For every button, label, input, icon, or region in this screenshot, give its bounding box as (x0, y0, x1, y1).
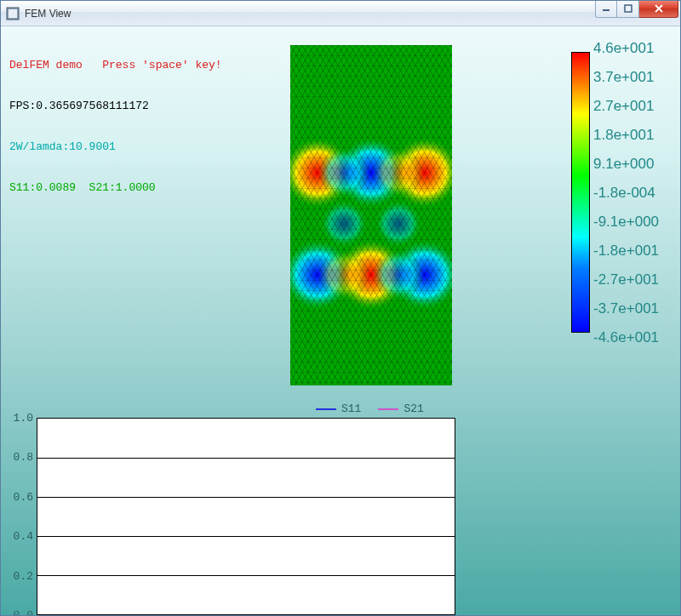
chart-legend: S11 S21 (316, 402, 424, 415)
y-tick: 0.0 (14, 609, 33, 616)
legend-swatch-s21 (378, 408, 398, 410)
colorbar-label: -9.1e+000 (593, 214, 675, 231)
chart-y-ticks: 1.0 0.8 0.6 0.4 0.2 0.0 (6, 418, 35, 615)
colorbar-label: -2.7e+001 (593, 271, 675, 288)
y-tick: 0.8 (14, 451, 33, 464)
overlay-text: DelFEM demo Press 'space' key! FPS:0.365… (9, 31, 222, 222)
sparams-chart (37, 418, 455, 615)
app-icon (6, 7, 20, 20)
colorbar-label: -1.8e-004 (593, 185, 675, 202)
sparams-line: S11:0.0089 S21:1.0000 (9, 181, 222, 195)
viewport[interactable]: DelFEM demo Press 'space' key! FPS:0.365… (1, 26, 680, 615)
maximize-button[interactable] (617, 1, 639, 18)
colorbar-label: 4.6e+001 (593, 40, 675, 57)
colorbar-label: 2.7e+001 (593, 98, 675, 115)
colorbar-label: 3.7e+001 (593, 69, 675, 86)
app-window: FEM View DelFEM demo Press 'space' key! … (0, 0, 681, 616)
legend-item-s11: S11 (316, 402, 361, 415)
colorbar (571, 52, 590, 333)
lambda-line: 2W/lamda:10.9001 (9, 140, 222, 154)
close-button[interactable] (639, 1, 678, 18)
legend-item-s21: S21 (378, 402, 423, 415)
y-tick: 0.2 (14, 569, 33, 582)
colorbar-label: -4.6e+001 (593, 329, 675, 346)
window-controls (595, 1, 680, 18)
colorbar-labels: 4.6e+001 3.7e+001 2.7e+001 1.8e+001 9.1e… (593, 48, 675, 338)
demo-hint-line: DelFEM demo Press 'space' key! (9, 59, 222, 72)
legend-label-s11: S11 (341, 402, 361, 415)
colorbar-label: 9.1e+000 (593, 156, 675, 173)
legend-label-s21: S21 (403, 402, 423, 415)
fps-line: FPS:0.365697568111172 (9, 100, 222, 113)
minimize-button[interactable] (595, 1, 617, 18)
titlebar[interactable]: FEM View (1, 1, 680, 26)
legend-swatch-s11 (316, 408, 336, 410)
fem-field-plot (290, 45, 452, 385)
colorbar-label: -3.7e+001 (593, 300, 675, 317)
svg-rect-3 (625, 5, 632, 12)
y-tick: 1.0 (14, 412, 33, 425)
window-title: FEM View (25, 8, 595, 20)
colorbar-label: 1.8e+001 (593, 127, 675, 144)
svg-rect-1 (9, 9, 17, 18)
y-tick: 0.4 (14, 530, 33, 543)
svg-rect-19 (290, 45, 452, 385)
y-tick: 0.6 (14, 490, 33, 503)
colorbar-label: -1.8e+001 (593, 242, 675, 260)
